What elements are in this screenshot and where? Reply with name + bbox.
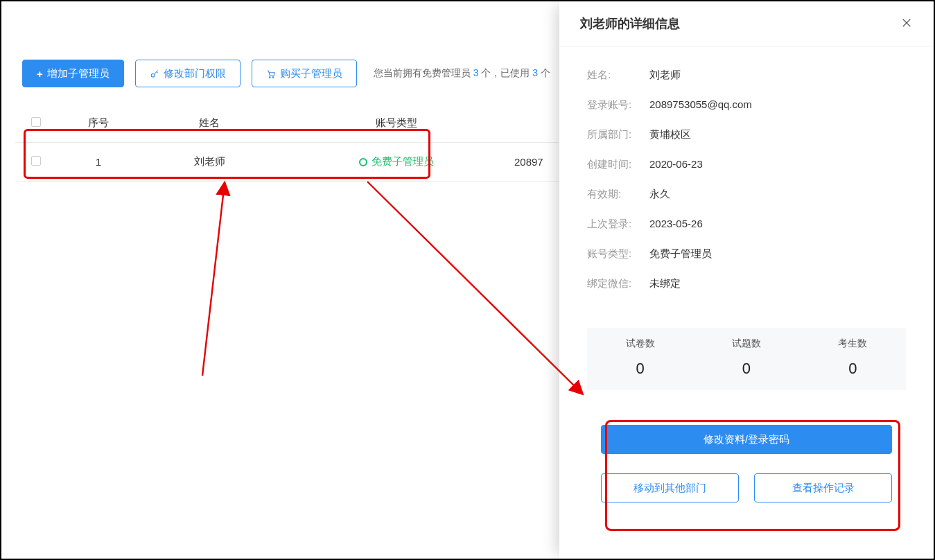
plus-icon [37,68,43,80]
label-name: 姓名: [587,69,649,82]
cell-acct-type: 免费子管理员 [359,155,434,168]
label-wechat: 绑定微信: [587,277,649,290]
stat-students-label: 考生数 [800,338,906,350]
cell-index: 1 [57,143,140,182]
stat-papers-value: 0 [587,360,693,378]
col-type: 账号类型 [279,104,514,143]
view-log-button[interactable]: 查看操作记录 [754,473,892,502]
value-wechat: 未绑定 [649,277,681,290]
modify-permissions-button[interactable]: 修改部门权限 [135,60,241,87]
row-checkbox[interactable] [31,156,41,166]
svg-point-0 [151,73,155,77]
value-created: 2020-06-23 [649,158,703,171]
value-last-login: 2023-05-26 [649,218,703,231]
col-index: 序号 [57,104,140,143]
label-account: 登录账号: [587,98,649,112]
value-acct-type: 免费子管理员 [649,247,712,261]
stat-questions-value: 0 [693,360,799,378]
add-subadmin-label: 增加子管理员 [47,67,110,80]
stat-papers-label: 试卷数 [587,338,693,350]
stat-students-value: 0 [800,360,906,378]
close-icon[interactable] [900,17,913,31]
label-acct-type: 账号类型: [587,247,649,261]
select-all-checkbox[interactable] [31,117,41,127]
buy-subadmin-button[interactable]: 购买子管理员 [252,60,357,87]
quota-hint: 您当前拥有免费管理员 3 个，已使用 3 个 [374,67,550,80]
col-name: 姓名 [140,104,279,143]
modify-permissions-label: 修改部门权限 [164,67,226,80]
svg-point-2 [272,76,274,78]
label-created: 创建时间: [587,158,649,171]
cart-icon [266,68,276,80]
status-dot-icon [359,158,367,166]
info-list: 姓名:刘老师 登录账号:2089753055@qq.com 所属部门:黄埔校区 … [559,46,934,328]
value-account: 2089753055@qq.com [649,98,752,112]
edit-profile-button[interactable]: 修改资料/登录密码 [601,425,892,454]
key-icon [150,68,159,80]
drawer-title: 刘老师的详细信息 [580,15,680,32]
move-dept-button[interactable]: 移动到其他部门 [601,473,739,502]
value-dept: 黄埔校区 [649,128,691,141]
label-expiry: 有效期: [587,188,649,201]
add-subadmin-button[interactable]: 增加子管理员 [22,60,124,87]
value-name: 刘老师 [649,69,681,82]
stats-panel: 试卷数 0 试题数 0 考生数 0 [587,328,906,390]
value-expiry: 永久 [649,188,670,201]
detail-drawer: 刘老师的详细信息 姓名:刘老师 登录账号:2089753055@qq.com 所… [559,1,934,559]
stat-questions-label: 试题数 [693,338,799,350]
drawer-actions: 修改资料/登录密码 移动到其他部门 查看操作记录 [587,411,906,519]
label-dept: 所属部门: [587,128,649,141]
svg-point-1 [269,76,270,78]
label-last-login: 上次登录: [587,218,649,231]
buy-subadmin-label: 购买子管理员 [280,67,342,80]
cell-name: 刘老师 [140,143,279,182]
